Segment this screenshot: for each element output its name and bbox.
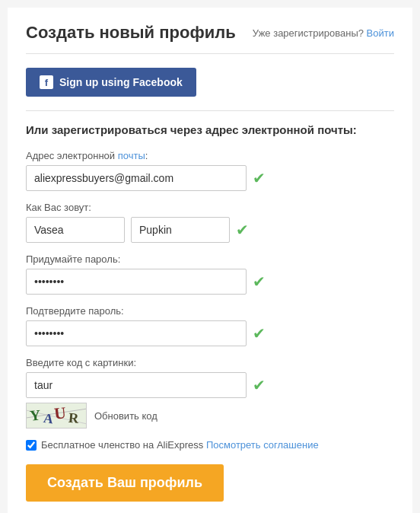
password-valid-icon: ✔ (253, 272, 266, 291)
name-label: Как Вас зовут: (26, 202, 394, 213)
facebook-button-label: Sign up using Facebook (59, 76, 183, 88)
facebook-signup-button[interactable]: f Sign up using Facebook (26, 68, 196, 97)
last-name-input[interactable] (131, 217, 230, 243)
confirm-password-label: Подтвердите пароль: (26, 305, 394, 317)
membership-label: Бесплатное членство на AliExpress Посмот… (41, 439, 319, 451)
password-input-row: ✔ (26, 269, 394, 295)
page-title: Создать новый профиль (26, 23, 236, 43)
captcha-valid-icon: ✔ (253, 376, 266, 394)
svg-text:Y: Y (29, 407, 41, 424)
membership-agreement-link[interactable]: Посмотреть соглашение (206, 439, 319, 451)
captcha-image: Y A U R (26, 403, 87, 429)
facebook-icon: f (40, 75, 53, 89)
login-link[interactable]: Войти (367, 27, 394, 39)
email-input[interactable] (26, 165, 247, 191)
email-valid-icon: ✔ (253, 169, 266, 187)
name-valid-icon: ✔ (236, 221, 249, 239)
or-email-label: Или зарегистрироваться через адрес элект… (26, 123, 394, 136)
password-group: Придумайте пароль: ✔ (26, 253, 394, 295)
refresh-code-link[interactable]: Обновить код (94, 410, 158, 422)
confirm-password-valid-icon: ✔ (253, 324, 266, 343)
captcha-section: Введите код с картинки: ✔ Y A U R Обнови… (26, 357, 394, 429)
divider (26, 110, 394, 111)
membership-row: Бесплатное членство на AliExpress Посмот… (26, 439, 394, 451)
captcha-input-row: ✔ (26, 372, 394, 398)
membership-checkbox[interactable] (26, 440, 37, 451)
svg-text:U: U (53, 403, 67, 422)
name-input-row: ✔ (26, 217, 394, 243)
captcha-input[interactable] (26, 372, 247, 398)
already-registered-text: Уже зарегистрированы? Войти (253, 27, 394, 39)
confirm-password-input-row: ✔ (26, 320, 394, 346)
confirm-password-group: Подтвердите пароль: ✔ (26, 305, 394, 346)
first-name-input[interactable] (26, 217, 125, 243)
captcha-image-row: Y A U R Обновить код (26, 403, 394, 429)
email-input-row: ✔ (26, 165, 394, 191)
name-group: Как Вас зовут: ✔ (26, 202, 394, 243)
page-header: Создать новый профиль Уже зарегистрирова… (26, 23, 394, 54)
email-group: Адрес электронной почты: ✔ (26, 150, 394, 191)
captcha-label: Введите код с картинки: (26, 357, 394, 368)
svg-text:R: R (68, 409, 80, 426)
password-input[interactable] (26, 269, 247, 295)
password-label: Придумайте пароль: (26, 253, 394, 265)
email-label: Адрес электронной почты: (26, 150, 394, 161)
page-container: Создать новый профиль Уже зарегистрирова… (8, 8, 412, 513)
confirm-password-input[interactable] (26, 320, 247, 346)
submit-button[interactable]: Создать Ваш профиль (26, 464, 224, 502)
